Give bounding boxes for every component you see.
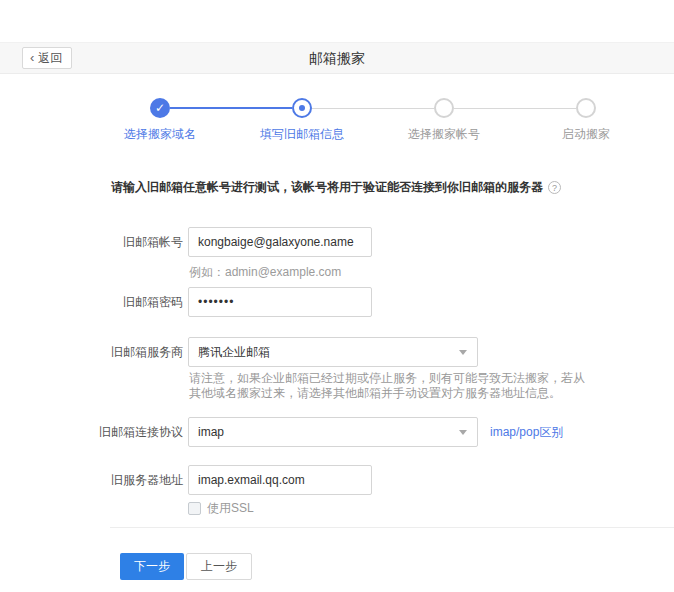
old-account-input[interactable] [188,227,372,257]
step-2-current-icon [292,98,312,118]
instruction-row: 请输入旧邮箱任意帐号进行测试，该帐号将用于验证能否连接到你旧邮箱的服务器 ? [111,179,561,196]
provider-note-line-1: 请注意，如果企业邮箱已经过期或停止服务，则有可能导致无法搬家，若从 [189,371,585,386]
server-address-label: 旧服务器地址 [0,465,183,495]
ssl-row: 使用SSL [188,500,254,517]
step-3-label: 选择搬家帐号 [374,126,514,143]
stepper-connector-done [170,107,292,109]
step-2-label: 填写旧邮箱信息 [232,126,372,143]
next-step-button[interactable]: 下一步 [120,553,184,580]
protocol-selected-value: imap [198,425,224,439]
dropdown-caret-icon [459,430,467,435]
protocol-label: 旧邮箱连接协议 [0,417,183,447]
provider-select[interactable]: 腾讯企业邮箱 [188,337,478,367]
protocol-select[interactable]: imap [188,417,478,447]
old-password-label: 旧邮箱密码 [0,287,183,317]
ssl-checkbox[interactable] [188,502,201,515]
imap-pop-difference-link[interactable]: imap/pop区别 [490,424,563,441]
back-button-label: 返回 [38,50,62,67]
instruction-text: 请输入旧邮箱任意帐号进行测试，该帐号将用于验证能否连接到你旧邮箱的服务器 [111,179,543,196]
old-password-input[interactable] [188,287,372,317]
stepper-connector-pending [454,108,576,109]
footer-divider [110,527,674,528]
provider-selected-value: 腾讯企业邮箱 [198,345,270,359]
old-account-hint: 例如：admin@example.com [189,264,341,281]
provider-label: 旧邮箱服务商 [0,337,183,367]
back-button[interactable]: ‹ 返回 [22,47,72,69]
help-question-icon[interactable]: ? [548,181,561,194]
server-address-input[interactable] [188,465,372,495]
provider-note-line-2: 其他域名搬家过来，请选择其他邮箱并手动设置对方服务器地址信息。 [189,386,585,401]
step-current-dot-icon [299,105,305,111]
step-1-label: 选择搬家域名 [90,126,230,143]
page-header: 邮箱搬家 ‹ 返回 [0,42,674,74]
ssl-checkbox-label: 使用SSL [207,500,254,517]
old-account-label: 旧邮箱帐号 [0,227,183,257]
stepper-connector-pending [312,108,434,109]
previous-step-button[interactable]: 上一步 [186,553,252,580]
step-1-done-check-icon: ✓ [150,98,170,118]
dropdown-caret-icon [459,350,467,355]
back-chevron-icon: ‹ [30,48,34,68]
provider-note: 请注意，如果企业邮箱已经过期或停止服务，则有可能导致无法搬家，若从 其他域名搬家… [189,371,585,401]
step-3-pending-icon [434,98,454,118]
page-title: 邮箱搬家 [0,43,674,73]
step-4-label: 启动搬家 [516,126,656,143]
step-4-pending-icon [576,98,596,118]
